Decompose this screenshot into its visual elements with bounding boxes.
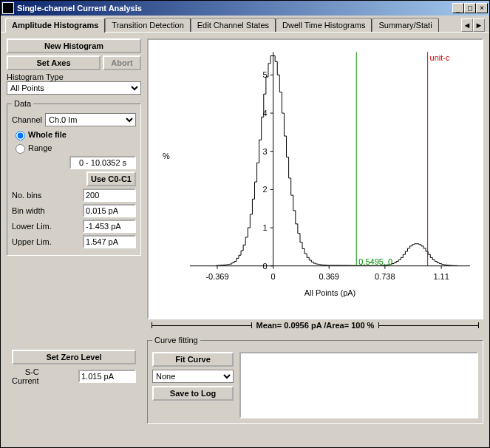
app-window: Single-channel Current Analysis _ □ × Am…: [0, 0, 490, 448]
tab-scroll-right[interactable]: ►: [473, 18, 485, 32]
titlebar[interactable]: Single-channel Current Analysis _ □ ×: [1, 1, 489, 16]
curve-fitting-legend: Curve fitting: [152, 336, 200, 345]
abort-button[interactable]: Abort: [103, 55, 141, 70]
minimize-button[interactable]: _: [452, 3, 464, 13]
maximize-button[interactable]: □: [464, 3, 476, 13]
svg-text:1: 1: [263, 223, 268, 232]
svg-text:0: 0: [271, 272, 276, 281]
svg-text:All Points (pA): All Points (pA): [304, 288, 356, 297]
svg-text:5: 5: [263, 70, 268, 79]
bin-width-label: Bin width: [12, 206, 45, 215]
upper-lim-input[interactable]: [83, 235, 136, 248]
svg-text:%: %: [163, 152, 170, 160]
tab-transition-detection[interactable]: Transition Detection: [105, 18, 190, 32]
range-label: Range: [28, 143, 52, 152]
svg-text:unit-c: unit-c: [430, 53, 450, 62]
range-radio[interactable]: [16, 144, 25, 154]
window-title: Single-channel Current Analysis: [17, 4, 452, 13]
svg-text:2: 2: [263, 185, 268, 194]
set-axes-button[interactable]: Set Axes: [7, 55, 101, 70]
use-cursors-button[interactable]: Use C0-C1: [86, 172, 136, 186]
tab-scroll-left[interactable]: ◄: [461, 18, 473, 32]
upper-lim-label: Upper Lim.: [12, 237, 52, 246]
tab-scroll-arrows: ◄ ►: [461, 18, 485, 32]
data-fieldset: Data Channel Ch.0 Im Whole file Range: [7, 99, 141, 256]
channel-label: Channel: [12, 115, 42, 124]
bin-width-input[interactable]: [83, 204, 136, 217]
whole-file-radio[interactable]: [16, 131, 25, 140]
set-zero-level-button[interactable]: Set Zero Level: [12, 350, 136, 364]
mean-text: Mean= 0.0956 pA /Area= 100 %: [256, 321, 375, 330]
tab-edit-channel-states[interactable]: Edit Channel States: [191, 18, 276, 32]
mean-area-bar: Mean= 0.0956 pA /Area= 100 %: [147, 319, 483, 331]
no-bins-input[interactable]: [83, 189, 136, 202]
sc-label-1: S-C: [12, 367, 39, 376]
histogram-chart[interactable]: 012345-0.36900.3690.7381.110.5495, 0unit…: [147, 38, 483, 319]
lower-lim-label: Lower Lim.: [12, 222, 52, 231]
curve-fitting-fieldset: Curve fitting Fit Curve None Save to Log: [147, 336, 483, 424]
fit-curve-button[interactable]: Fit Curve: [152, 352, 234, 367]
svg-text:0.738: 0.738: [375, 272, 395, 281]
save-to-log-button[interactable]: Save to Log: [152, 386, 234, 401]
tab-amplitude-histograms[interactable]: Amplitude Histograms: [5, 18, 105, 33]
svg-text:-0.369: -0.369: [205, 272, 228, 281]
sc-label-2: Current: [12, 376, 39, 385]
close-button[interactable]: ×: [476, 3, 488, 13]
curve-log-output[interactable]: [239, 352, 478, 418]
histogram-type-select[interactable]: All Points: [7, 81, 141, 95]
channel-select[interactable]: Ch.0 Im: [45, 113, 136, 126]
tab-summary[interactable]: Summary/Stati: [372, 18, 438, 32]
svg-text:3: 3: [263, 147, 268, 156]
svg-text:0.5495, 0: 0.5495, 0: [358, 257, 392, 266]
app-icon: [2, 2, 14, 14]
no-bins-label: No. bins: [12, 191, 41, 200]
new-histogram-button[interactable]: New Histogram: [7, 38, 141, 53]
whole-file-label: Whole file: [28, 130, 67, 139]
curve-type-select[interactable]: None: [152, 370, 234, 383]
tab-dwell-time-histograms[interactable]: Dwell Time Histograms: [276, 18, 372, 32]
data-legend: Data: [12, 99, 33, 108]
lower-lim-input[interactable]: [83, 220, 136, 233]
svg-text:0: 0: [263, 262, 268, 271]
svg-text:1.11: 1.11: [433, 272, 449, 281]
svg-text:0.369: 0.369: [319, 272, 338, 281]
sc-current-input[interactable]: [78, 370, 136, 383]
histogram-type-label: Histogram Type: [7, 72, 138, 81]
tab-bar: Amplitude Histograms Transition Detectio…: [1, 16, 489, 33]
range-input[interactable]: [69, 156, 136, 169]
